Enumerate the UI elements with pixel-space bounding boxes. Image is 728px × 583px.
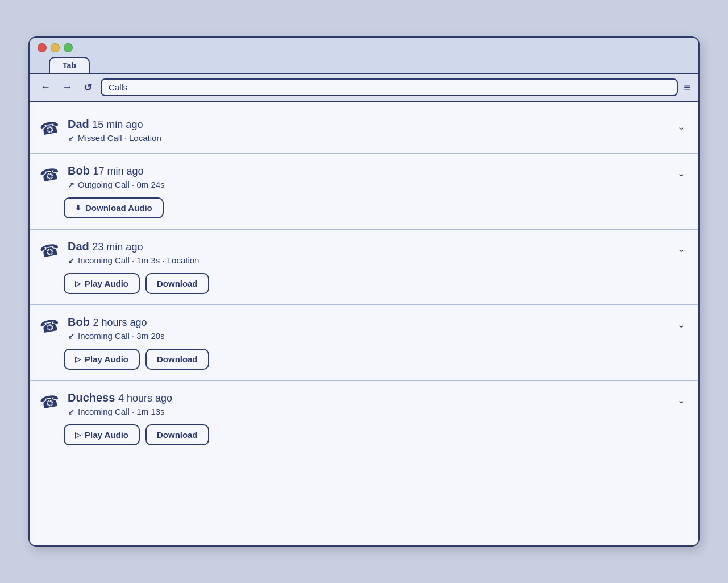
traffic-light-maximize[interactable] (64, 43, 73, 52)
call-item: ☎ Dad 23 min ago ↙ Incoming Call · 1m 3s… (30, 230, 698, 305)
browser-titlebar: Tab (30, 38, 698, 74)
browser-menu-icon[interactable]: ≡ (684, 81, 690, 94)
call-name: Dad 15 min ago (68, 118, 161, 131)
call-left: ☎ Bob 17 min ago ↗ Outgoing Call · 0m 24… (40, 164, 165, 189)
call-left: ☎ Bob 2 hours ago ↙ Incoming Call · 3m 2… (40, 316, 165, 341)
browser-controls (38, 43, 690, 52)
chevron-down-icon[interactable]: ⌄ (677, 168, 685, 179)
play-audio-label: Play Audio (85, 354, 128, 364)
call-item: ☎ Duchess 4 hours ago ↙ Incoming Call · … (30, 381, 698, 456)
call-meta: ↗ Outgoing Call · 0m 24s (68, 180, 165, 189)
tab-bar: Tab (49, 57, 690, 73)
download-label: Download (157, 354, 198, 364)
call-actions: ▷ Play Audio Download (64, 273, 685, 294)
download-audio-button[interactable]: ⬇ Download Audio (64, 197, 164, 218)
play-audio-button[interactable]: ▷ Play Audio (64, 273, 140, 294)
browser-toolbar: ← → ↺ ≡ (30, 74, 698, 102)
call-header: ☎ Dad 23 min ago ↙ Incoming Call · 1m 3s… (40, 240, 685, 265)
call-name: Bob 2 hours ago (68, 316, 165, 329)
call-header: ☎ Duchess 4 hours ago ↙ Incoming Call · … (40, 391, 685, 416)
call-left: ☎ Dad 23 min ago ↙ Incoming Call · 1m 3s… (40, 240, 199, 265)
call-info: Duchess 4 hours ago ↙ Incoming Call · 1m… (68, 391, 172, 416)
call-info: Bob 17 min ago ↗ Outgoing Call · 0m 24s (68, 164, 165, 189)
download-icon: ⬇ (75, 204, 81, 212)
browser-tab[interactable]: Tab (49, 57, 90, 73)
phone-icon: ☎ (38, 315, 61, 337)
browser-content: ☎ Dad 15 min ago ↙ Missed Call · Locatio… (30, 102, 698, 545)
play-audio-label: Play Audio (85, 279, 128, 288)
nav-refresh-button[interactable]: ↺ (81, 80, 95, 95)
call-actions: ⬇ Download Audio (64, 197, 685, 218)
traffic-light-minimize[interactable] (51, 43, 60, 52)
call-name: Duchess 4 hours ago (68, 391, 172, 404)
download-button[interactable]: Download (145, 273, 209, 294)
call-meta: ↙ Incoming Call · 1m 13s (68, 407, 172, 416)
play-icon: ▷ (75, 279, 81, 288)
play-audio-button[interactable]: ▷ Play Audio (64, 424, 140, 445)
download-button[interactable]: Download (145, 349, 209, 370)
call-left: ☎ Dad 15 min ago ↙ Missed Call · Locatio… (40, 118, 161, 143)
phone-icon: ☎ (38, 239, 61, 262)
chevron-down-icon[interactable]: ⌄ (677, 121, 685, 132)
phone-icon: ☎ (38, 117, 61, 139)
call-meta: ↙ Incoming Call · 1m 3s · Location (68, 255, 199, 265)
download-label: Download (157, 279, 198, 288)
chevron-down-icon[interactable]: ⌄ (677, 395, 685, 406)
call-item: ☎ Bob 17 min ago ↗ Outgoing Call · 0m 24… (30, 154, 698, 230)
download-audio-label: Download Audio (85, 203, 152, 213)
download-label: Download (157, 430, 198, 440)
call-item: ☎ Bob 2 hours ago ↙ Incoming Call · 3m 2… (30, 305, 698, 381)
call-meta: ↙ Missed Call · Location (68, 133, 161, 143)
call-info: Dad 23 min ago ↙ Incoming Call · 1m 3s ·… (68, 240, 199, 265)
play-audio-button[interactable]: ▷ Play Audio (64, 349, 140, 370)
address-bar[interactable] (101, 78, 678, 96)
phone-icon: ☎ (38, 391, 61, 413)
incoming-call-icon: ↙ (68, 332, 74, 341)
incoming-call-icon: ↙ (68, 256, 74, 265)
missed-call-icon: ↙ (68, 134, 74, 143)
phone-icon: ☎ (38, 164, 61, 186)
call-actions: ▷ Play Audio Download (64, 424, 685, 445)
browser-window: Tab ← → ↺ ≡ ☎ Dad 15 min ago ↙ Missed Ca… (28, 36, 700, 547)
chevron-down-icon[interactable]: ⌄ (677, 319, 685, 330)
call-name: Dad 23 min ago (68, 240, 199, 253)
incoming-call-icon: ↙ (68, 407, 74, 416)
nav-forward-button[interactable]: → (59, 80, 75, 94)
call-header: ☎ Bob 17 min ago ↗ Outgoing Call · 0m 24… (40, 164, 685, 189)
call-info: Dad 15 min ago ↙ Missed Call · Location (68, 118, 161, 143)
call-info: Bob 2 hours ago ↙ Incoming Call · 3m 20s (68, 316, 165, 341)
call-name: Bob 17 min ago (68, 164, 165, 177)
chevron-down-icon[interactable]: ⌄ (677, 243, 685, 254)
play-icon: ▷ (75, 355, 81, 363)
download-button[interactable]: Download (145, 424, 209, 445)
play-audio-label: Play Audio (85, 430, 128, 440)
call-meta: ↙ Incoming Call · 3m 20s (68, 331, 165, 341)
traffic-light-close[interactable] (38, 43, 47, 52)
call-actions: ▷ Play Audio Download (64, 349, 685, 370)
outgoing-call-icon: ↗ (68, 180, 74, 189)
play-icon: ▷ (75, 431, 81, 439)
call-item: ☎ Dad 15 min ago ↙ Missed Call · Locatio… (30, 107, 698, 154)
nav-back-button[interactable]: ← (38, 80, 53, 94)
call-left: ☎ Duchess 4 hours ago ↙ Incoming Call · … (40, 391, 172, 416)
call-header: ☎ Bob 2 hours ago ↙ Incoming Call · 3m 2… (40, 316, 685, 341)
call-header: ☎ Dad 15 min ago ↙ Missed Call · Locatio… (40, 118, 685, 143)
